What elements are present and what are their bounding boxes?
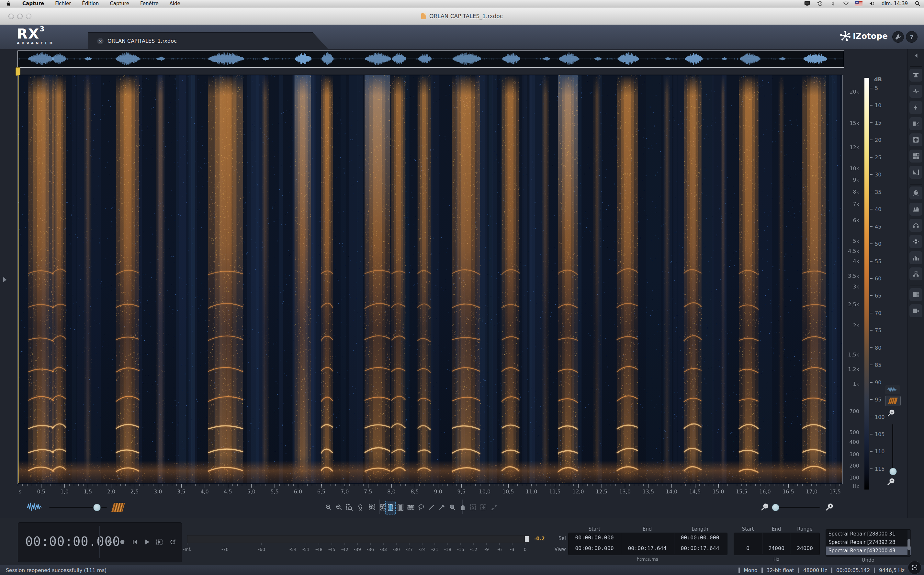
overview-waveform-strip[interactable] bbox=[17, 51, 844, 68]
db-tick bbox=[870, 174, 873, 175]
module-button-pan[interactable] bbox=[910, 235, 922, 248]
table-cell[interactable]: 24000 bbox=[797, 545, 813, 551]
spectrogram-canvas[interactable] bbox=[18, 75, 842, 483]
tool-button-fit-corner[interactable] bbox=[468, 501, 478, 514]
module-button-declick[interactable] bbox=[910, 85, 922, 98]
table-cell[interactable]: 24000 bbox=[768, 545, 784, 551]
fullscreen-toggle-button[interactable] bbox=[908, 561, 921, 574]
menu-item-fentre[interactable]: Fenêtre bbox=[135, 0, 164, 7]
table-cell[interactable]: 00:00:17.644 bbox=[681, 545, 719, 551]
wave-spec-balance-knob[interactable] bbox=[93, 504, 101, 511]
undo-history-item[interactable]: Spectral Repair [432000 43 bbox=[826, 546, 911, 555]
transport-loop-button[interactable] bbox=[168, 537, 178, 547]
tab-close-icon[interactable]: × bbox=[97, 38, 103, 44]
table-cell[interactable]: 00:00:17.644 bbox=[628, 545, 666, 551]
module-button-spectral-repair[interactable] bbox=[910, 133, 922, 146]
module-button-fade[interactable] bbox=[910, 166, 922, 179]
table-cell[interactable]: 00:00:00.000 bbox=[681, 535, 719, 541]
level-meter[interactable] bbox=[187, 535, 530, 543]
module-button-denoise[interactable] bbox=[910, 117, 922, 130]
document-tab[interactable]: × ORLAN CAPITALES_1.rxdoc bbox=[88, 32, 328, 49]
tool-button-waveform-balance[interactable] bbox=[26, 501, 45, 514]
transport-go-to-start-button[interactable] bbox=[130, 537, 140, 547]
tool-button-zoom-out[interactable] bbox=[334, 501, 344, 514]
wifi-icon[interactable] bbox=[842, 0, 850, 7]
spectrogram-view-toggle[interactable] bbox=[885, 396, 901, 406]
vertical-zoom-slider[interactable] bbox=[892, 424, 893, 468]
undo-scrollbar-thumb[interactable] bbox=[908, 539, 910, 550]
tool-button-freq-selection[interactable] bbox=[406, 501, 416, 514]
tool-button-steps[interactable] bbox=[489, 501, 499, 514]
module-button-channel-ops[interactable] bbox=[910, 149, 922, 162]
spectrogram-view[interactable] bbox=[17, 75, 843, 484]
undo-history-item[interactable]: Spectral Repair [274392 28 bbox=[826, 538, 911, 546]
menu-item-capture[interactable]: Capture bbox=[104, 0, 135, 7]
display-icon[interactable] bbox=[803, 0, 811, 7]
module-button-layout-window[interactable] bbox=[910, 304, 922, 317]
module-button-declip[interactable] bbox=[910, 68, 922, 82]
vertical-zoom-in-button[interactable] bbox=[886, 408, 896, 418]
window-title-row: ORLAN CAPITALES_1.rxdoc bbox=[0, 8, 924, 25]
status-separator bbox=[874, 567, 875, 573]
meter-tick bbox=[409, 543, 410, 545]
undo-history-item[interactable]: Spectral Repair [288000 31 bbox=[826, 530, 911, 538]
volume-icon[interactable] bbox=[868, 0, 876, 7]
module-button-monitor[interactable] bbox=[910, 219, 922, 232]
tool-button-fit-down[interactable] bbox=[478, 501, 488, 514]
vertical-zoom-knob[interactable] bbox=[889, 468, 897, 475]
menu-item-fichier[interactable]: Fichier bbox=[49, 0, 76, 7]
preferences-wrench-button[interactable] bbox=[892, 31, 904, 43]
tool-button-magic-wand[interactable] bbox=[437, 501, 447, 514]
module-button-eq[interactable] bbox=[910, 203, 922, 216]
transport-play-selection-button[interactable] bbox=[154, 537, 165, 547]
menu-item-aide[interactable]: Aide bbox=[164, 0, 186, 7]
horizontal-zoom-slider[interactable] bbox=[775, 507, 820, 508]
overview-waveform-canvas[interactable] bbox=[18, 51, 843, 67]
tool-button-zoom-reset[interactable] bbox=[356, 501, 366, 514]
table-cell[interactable]: 00:00:00.000 bbox=[575, 545, 613, 551]
tool-button-zoom-selection[interactable] bbox=[345, 501, 354, 514]
undo-label: Undo bbox=[826, 557, 910, 563]
help-button[interactable]: ? bbox=[906, 31, 918, 43]
tool-button-lasso[interactable] bbox=[416, 501, 426, 514]
transport-record-button[interactable] bbox=[117, 537, 127, 547]
transport-play-button[interactable] bbox=[142, 537, 152, 547]
time-tick-label: 9,0 bbox=[434, 489, 442, 495]
tool-button-spectrogram-balance[interactable] bbox=[110, 501, 126, 514]
time-machine-icon[interactable] bbox=[816, 0, 824, 7]
menu-item-dition[interactable]: Édition bbox=[76, 0, 104, 7]
module-button-layout-columns[interactable] bbox=[910, 288, 922, 301]
module-button-plugin[interactable] bbox=[910, 267, 922, 280]
tool-button-hand[interactable] bbox=[458, 501, 467, 514]
us-flag-icon[interactable] bbox=[855, 0, 863, 7]
horizontal-zoom-knob[interactable] bbox=[772, 504, 779, 511]
undo-scrollbar[interactable] bbox=[908, 530, 910, 556]
module-button-gain[interactable] bbox=[910, 186, 922, 199]
transport-microphone-button[interactable] bbox=[105, 537, 115, 547]
tool-button-time-selection[interactable] bbox=[385, 501, 395, 515]
spotlight-icon[interactable] bbox=[913, 0, 922, 7]
tool-button-zoom-time-bracket[interactable] bbox=[367, 501, 377, 514]
meter-scale-label: -45 bbox=[328, 547, 335, 552]
tool-button-zoom-in-horizontal[interactable] bbox=[825, 501, 835, 514]
waveform-view-toggle[interactable] bbox=[885, 385, 900, 394]
tool-button-zoom-in[interactable] bbox=[324, 501, 333, 514]
menu-app-name[interactable]: Capture bbox=[17, 0, 49, 7]
table-cell[interactable]: 0 bbox=[746, 545, 749, 551]
table-cell[interactable]: 00:00:00.000 bbox=[575, 535, 613, 541]
tool-button-rect-selection[interactable] bbox=[395, 501, 405, 514]
tool-button-zoom-out-horizontal[interactable] bbox=[760, 501, 770, 514]
left-panel-collapse-icon[interactable] bbox=[3, 277, 6, 282]
apple-menu-icon[interactable] bbox=[0, 0, 17, 7]
status-segment: 32-bit float bbox=[767, 567, 794, 573]
bluetooth-icon[interactable] bbox=[829, 0, 837, 7]
peak-readout[interactable]: -0.2 bbox=[534, 536, 545, 542]
tool-button-zoom-tool[interactable] bbox=[448, 501, 457, 514]
table-header: End bbox=[643, 526, 652, 532]
module-button-decrackle[interactable] bbox=[910, 101, 922, 114]
module-button-analyzer[interactable] bbox=[910, 251, 922, 264]
menu-clock[interactable]: dim. 14:39 bbox=[878, 1, 911, 6]
tool-button-brush[interactable] bbox=[427, 501, 437, 514]
modules-collapse-icon[interactable] bbox=[912, 52, 920, 60]
meter-tick bbox=[357, 543, 358, 545]
